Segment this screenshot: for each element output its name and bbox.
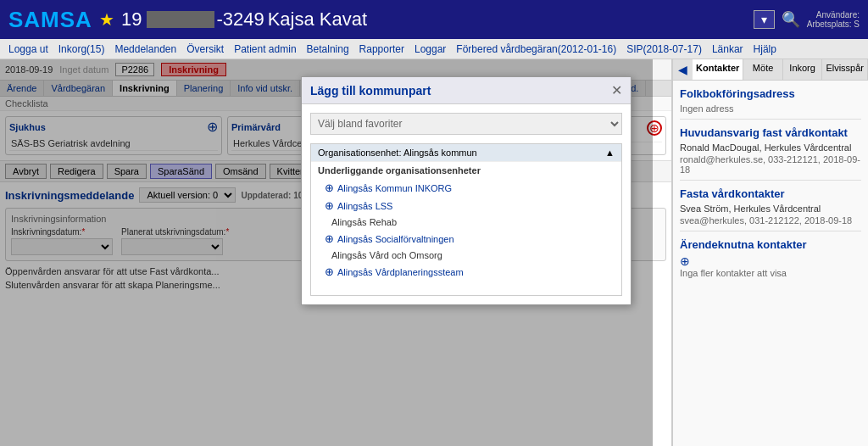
plus-icon-lss: ⊕ [325, 199, 334, 212]
huvudansvarig-name: Ronald MacDougal, Herkules Vårdcentral [680, 142, 861, 153]
nav-oversikt[interactable]: Översikt [181, 43, 229, 55]
app-logo: SAMSA [8, 7, 92, 33]
right-tabs: ◀ Kontakter Möte Inkorg Elvisspår [673, 59, 868, 81]
list-item-vard[interactable]: Alingsås Vård och Omsorg [311, 248, 621, 263]
patient-id-suffix: -3249 [216, 8, 264, 31]
list-item-social-label: Alingsås Socialförvaltningen [337, 234, 454, 244]
list-item-vardplan-label: Alingsås Vårdplaneringssteam [337, 267, 464, 277]
patient-name: Kajsa Kavat [268, 8, 754, 31]
arende-title: Ärendeknutna kontakter [680, 238, 861, 251]
navigation-bar: Logga ut Inkorg(15) Meddelanden Översikt… [0, 39, 868, 59]
plus-icon-inkorg: ⊕ [325, 181, 334, 194]
favoriter-select[interactable]: Välj bland favoriter [310, 113, 622, 135]
app-header: SAMSA ★ 19 -3249 Kajsa Kavat ▾ 🔍 Använda… [0, 0, 868, 39]
nav-patient-admin[interactable]: Patient admin [229, 43, 301, 55]
nav-loggar[interactable]: Loggar [409, 43, 451, 55]
fasta-name: Svea Ström, Herkules Vårdcentral [680, 203, 861, 214]
nav-logga-ut[interactable]: Logga ut [3, 43, 53, 55]
right-tab-mote[interactable]: Möte [743, 59, 783, 80]
right-tab-kontakter[interactable]: Kontakter [693, 59, 743, 80]
divider-3 [680, 231, 861, 231]
right-panel: ◀ Kontakter Möte Inkorg Elvisspår Folkbo… [673, 59, 868, 446]
nav-betalning[interactable]: Betalning [302, 43, 354, 55]
modal-body: Välj bland favoriter Organisationsenhet:… [302, 104, 631, 304]
arende-no-contacts: Inga fler kontakter att visa [680, 268, 861, 278]
folkbokforings-title: Folkbokföringsadress [680, 87, 861, 100]
patient-id-prefix: 19 [121, 8, 142, 31]
header-dropdown-button[interactable]: ▾ [754, 10, 775, 29]
list-item-vardplan[interactable]: ⊕ Alingsås Vårdplaneringssteam [311, 263, 621, 281]
list-item-rehab[interactable]: Alingsås Rehab [311, 215, 621, 230]
org-list: Organisationsenhet: Alingsås kommun ▲ Un… [310, 143, 622, 296]
list-item-social[interactable]: ⊕ Alingsås Socialförvaltningen [311, 230, 621, 248]
org-header-label: Organisationsenhet: Alingsås kommun [318, 148, 477, 158]
add-komunpart-modal: Lägg till kommunpart ✕ Välj bland favori… [301, 76, 632, 305]
right-back-button[interactable]: ◀ [673, 59, 693, 80]
right-tab-elvisspar[interactable]: Elvisspår [822, 59, 868, 80]
list-item-vard-label: Alingsås Vård och Omsorg [331, 250, 442, 260]
list-item-rehab-label: Alingsås Rehab [331, 217, 397, 227]
fasta-detail: svea@herkules, 031-212122, 2018-09-18 [680, 215, 861, 226]
list-item-lss[interactable]: ⊕ Alingsås LSS [311, 197, 621, 215]
nav-rapporter[interactable]: Rapporter [354, 43, 409, 55]
favorite-star-icon[interactable]: ★ [99, 9, 114, 30]
huvudansvarig-detail: ronald@herkules.se, 033-212121, 2018-09-… [680, 154, 861, 175]
collapse-icon[interactable]: ▲ [605, 148, 615, 158]
folkbokforings-value: Ingen adress [680, 103, 861, 114]
modal-close-button[interactable]: ✕ [611, 82, 622, 98]
modal-header: Lägg till kommunpart ✕ [302, 77, 631, 104]
patient-id-hidden [147, 11, 214, 28]
plus-icon-vardplan: ⊕ [325, 265, 334, 278]
header-user-info: Användare: Arbetsplats: S [807, 10, 860, 29]
nav-lankar[interactable]: Länkar [707, 43, 748, 55]
list-item-inkorg-label: Alingsås Kommun INKORG [337, 183, 452, 193]
nav-inkorg[interactable]: Inkorg(15) [53, 43, 110, 55]
divider-1 [680, 119, 861, 120]
workplace-label: Arbetsplats: S [807, 20, 860, 29]
huvudansvarig-title: Huvudansvarig fast vårdkontakt [680, 126, 861, 139]
nav-meddelanden[interactable]: Meddelanden [109, 43, 181, 55]
header-search-button[interactable]: 🔍 [782, 10, 800, 29]
arende-add-button[interactable]: ⊕ [680, 254, 690, 268]
nav-sip[interactable]: SIP(2018-07-17) [621, 43, 707, 55]
header-controls: ▾ 🔍 Användare: Arbetsplats: S [754, 10, 860, 29]
right-tab-inkorg[interactable]: Inkorg [783, 59, 823, 80]
divider-2 [680, 180, 861, 181]
list-item-lss-label: Alingsås LSS [337, 201, 392, 211]
sub-section-label: Underliggande organisationsenheter [311, 161, 621, 179]
nav-hjalp[interactable]: Hjälp [748, 43, 782, 55]
user-label: Användare: [807, 10, 860, 20]
fasta-title: Fasta vårdkontakter [680, 187, 861, 200]
plus-icon-social: ⊕ [325, 232, 334, 245]
right-content: Folkbokföringsadress Ingen adress Huvuda… [673, 81, 868, 446]
modal-title: Lägg till kommunpart [310, 84, 431, 98]
list-item-inkorg[interactable]: ⊕ Alingsås Kommun INKORG [311, 179, 621, 197]
org-header: Organisationsenhet: Alingsås kommun ▲ [311, 144, 621, 161]
nav-forbered[interactable]: Förbered vårdbegäran(2012-01-16) [451, 43, 621, 55]
